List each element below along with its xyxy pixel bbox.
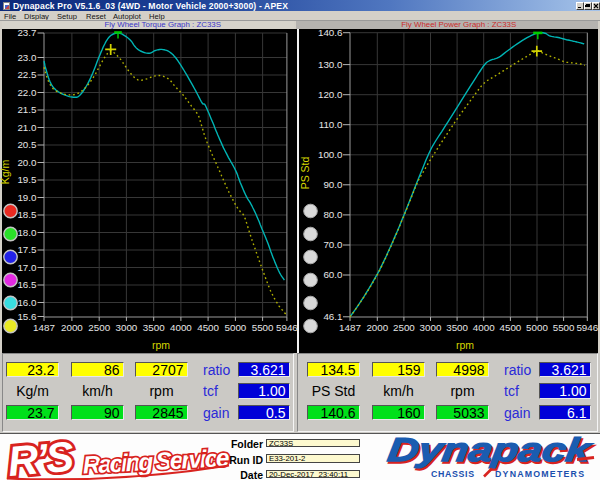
svg-text:23.7: 23.7 <box>17 27 36 38</box>
svg-text:5500: 5500 <box>252 322 274 333</box>
svg-text:18.5: 18.5 <box>17 209 37 220</box>
svg-text:PS Std: PS Std <box>299 156 311 189</box>
svg-text:15.6: 15.6 <box>17 311 37 322</box>
svg-text:19.0: 19.0 <box>17 192 37 203</box>
svg-text:5000: 5000 <box>526 322 548 333</box>
svg-text:1487: 1487 <box>33 322 55 333</box>
svg-text:17.5: 17.5 <box>17 244 37 255</box>
svg-text:19.5: 19.5 <box>17 174 37 185</box>
svg-text:110.0: 110.0 <box>319 119 343 130</box>
svg-text:17.0: 17.0 <box>17 262 37 273</box>
svg-text:90.0: 90.0 <box>323 179 343 190</box>
svg-text:16.0: 16.0 <box>17 297 37 308</box>
svg-text:3500: 3500 <box>143 322 165 333</box>
svg-text:2000: 2000 <box>61 322 83 333</box>
svg-text:18.0: 18.0 <box>17 227 37 238</box>
svg-text:16.5: 16.5 <box>17 279 37 290</box>
svg-text:2500: 2500 <box>88 322 110 333</box>
svg-text:5000: 5000 <box>225 322 247 333</box>
svg-text:140.6: 140.6 <box>318 27 343 38</box>
svg-text:20.0: 20.0 <box>17 157 37 168</box>
svg-text:100.0: 100.0 <box>318 149 343 160</box>
svg-text:5946: 5946 <box>276 322 298 333</box>
svg-text:2000: 2000 <box>366 322 388 333</box>
svg-text:5946: 5946 <box>576 322 598 333</box>
svg-text:120.0: 120.0 <box>318 89 343 100</box>
svg-text:130.0: 130.0 <box>318 59 343 70</box>
svg-text:4500: 4500 <box>500 322 522 333</box>
svg-text:3000: 3000 <box>116 322 138 333</box>
svg-text:3000: 3000 <box>420 322 442 333</box>
svg-text:4000: 4000 <box>170 322 192 333</box>
svg-text:80.0: 80.0 <box>323 209 343 220</box>
svg-text:CHASSIS: CHASSIS <box>431 469 476 479</box>
svg-text:22.0: 22.0 <box>17 87 37 98</box>
svg-text:2500: 2500 <box>393 322 415 333</box>
svg-text:23.0: 23.0 <box>17 52 37 63</box>
svg-text:rpm: rpm <box>456 339 474 351</box>
svg-text:1487: 1487 <box>339 322 361 333</box>
svg-text:4000: 4000 <box>473 322 495 333</box>
svg-text:70.0: 70.0 <box>323 239 343 250</box>
svg-text:DYNAMOMETERS: DYNAMOMETERS <box>495 469 585 479</box>
svg-text:20.5: 20.5 <box>17 139 37 150</box>
svg-text:3500: 3500 <box>446 322 468 333</box>
svg-text:4500: 4500 <box>197 322 219 333</box>
svg-text:22.5: 22.5 <box>17 69 37 80</box>
svg-text:rpm: rpm <box>152 339 170 351</box>
svg-text:21.5: 21.5 <box>17 104 37 115</box>
svg-text:R’S: R’S <box>6 434 76 480</box>
svg-text:60.0: 60.0 <box>323 269 343 280</box>
svg-text:21.0: 21.0 <box>17 122 37 133</box>
svg-text:Dynapack: Dynapack <box>385 434 594 468</box>
svg-text:Kg/m: Kg/m <box>0 159 11 184</box>
svg-text:5500: 5500 <box>553 322 575 333</box>
